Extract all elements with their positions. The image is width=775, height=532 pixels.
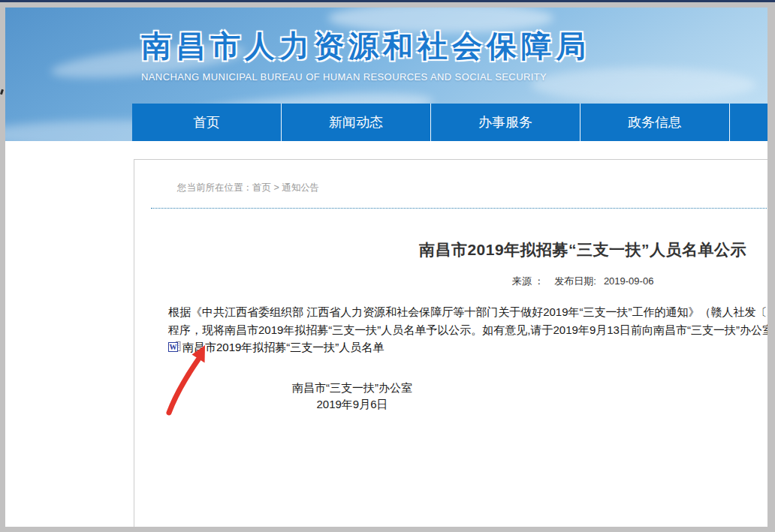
nav-item-clipped[interactable] [730, 104, 775, 141]
attachment-link[interactable]: W 南昌市2019年拟招募“三支一扶”人员名单 [168, 338, 775, 358]
browser-viewport: 南昌市人力资源和社会保障局 NANCHANG MUNICIPAL BUREAU … [0, 2, 775, 532]
nav-item-gov-info[interactable]: 政务信息 [580, 104, 730, 141]
article-body: 根据《中共江西省委组织部 江西省人力资源和社会保障厅等十部门关于做好2019年“… [168, 303, 775, 358]
article-meta: 来源 ：发布日期:2019-09-06 [134, 275, 775, 288]
publish-date-label: 发布日期: [554, 275, 596, 287]
body-line: 根据《中共江西省委组织部 江西省人力资源和社会保障厅等十部门关于做好2019年“… [168, 303, 775, 321]
source-label: 来源 ： [512, 275, 544, 287]
site-title-chinese: 南昌市人力资源和社会保障局 [141, 26, 590, 67]
word-doc-icon: W [168, 340, 181, 358]
signature-date: 2019年9月6日 [290, 396, 415, 413]
nav-item-news[interactable]: 新闻动态 [282, 104, 431, 141]
svg-text:W: W [170, 343, 177, 351]
attachment-label[interactable]: 南昌市2019年拟招募“三支一扶”人员名单 [182, 341, 384, 353]
breadcrumb[interactable]: 您当前所在位置：首页 > 通知公告 [177, 182, 319, 194]
dotted-divider [151, 208, 775, 209]
main-nav: 首页 新闻动态 办事服务 政务信息 [132, 104, 775, 141]
publish-date-value: 2019-09-06 [604, 275, 654, 287]
nav-item-home[interactable]: 首页 [132, 104, 282, 141]
window-top-line [0, 0, 775, 2]
site-title-english: NANCHANG MUNICIPAL BUREAU OF HUMAN RESOU… [141, 71, 590, 83]
signature-office: 南昌市“三支一扶”办公室 [290, 380, 415, 396]
site-brand: 南昌市人力资源和社会保障局 NANCHANG MUNICIPAL BUREAU … [141, 26, 590, 83]
article-signature: 南昌市“三支一扶”办公室 2019年9月6日 [290, 380, 415, 412]
nav-item-services[interactable]: 办事服务 [431, 104, 580, 141]
article-title: 南昌市2019年拟招募“三支一扶”人员名单公示 [134, 239, 775, 260]
body-line: 程序，现将南昌市2019年拟招募“三支一扶”人员名单予以公示。如有意见,请于20… [168, 321, 775, 339]
page: 南昌市人力资源和社会保障局 NANCHANG MUNICIPAL BUREAU … [5, 8, 767, 527]
article-container: 您当前所在位置：首页 > 通知公告 南昌市2019年拟招募“三支一扶”人员名单公… [134, 159, 775, 532]
